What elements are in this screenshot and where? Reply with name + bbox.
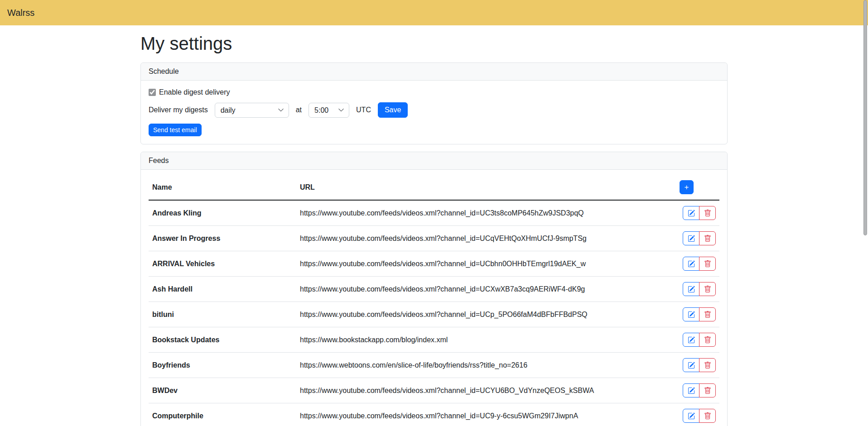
trash-icon bbox=[704, 362, 711, 369]
table-row: bitluni https://www.youtube.com/feeds/vi… bbox=[149, 302, 719, 327]
feed-name: Andreas Kling bbox=[149, 200, 296, 226]
edit-feed-button[interactable] bbox=[683, 333, 699, 347]
feed-name: ARRIVAL Vehicles bbox=[149, 251, 296, 277]
feed-url: https://www.youtube.com/feeds/videos.xml… bbox=[296, 302, 676, 327]
pencil-square-icon bbox=[688, 387, 695, 394]
delete-feed-button[interactable] bbox=[699, 257, 716, 271]
time-select[interactable]: 5:00 bbox=[309, 103, 349, 118]
pencil-square-icon bbox=[688, 412, 695, 420]
feed-url: https://www.youtube.com/feeds/videos.xml… bbox=[296, 200, 676, 226]
feed-url: https://www.youtube.com/feeds/videos.xml… bbox=[296, 403, 676, 426]
schedule-card: Schedule Enable digest delivery Deliver … bbox=[140, 62, 728, 144]
feed-name: Bookstack Updates bbox=[149, 327, 296, 353]
delete-feed-button[interactable] bbox=[699, 282, 716, 296]
feed-actions bbox=[676, 302, 719, 327]
feeds-table-body: Andreas Kling https://www.youtube.com/fe… bbox=[149, 200, 719, 426]
main-content: My settings Schedule Enable digest deliv… bbox=[140, 33, 728, 426]
trash-icon bbox=[704, 210, 711, 217]
delete-feed-button[interactable] bbox=[699, 206, 716, 220]
enable-digest-checkbox[interactable] bbox=[149, 89, 156, 96]
trash-icon bbox=[704, 336, 711, 344]
feed-actions bbox=[676, 200, 719, 226]
trash-icon bbox=[704, 260, 711, 268]
pencil-square-icon bbox=[688, 210, 695, 217]
delete-feed-button[interactable] bbox=[699, 409, 716, 423]
table-row: Andreas Kling https://www.youtube.com/fe… bbox=[149, 200, 719, 226]
pencil-square-icon bbox=[688, 311, 695, 318]
feed-actions-group bbox=[683, 358, 716, 372]
table-row: Computerphile https://www.youtube.com/fe… bbox=[149, 403, 719, 426]
name-column-header: Name bbox=[149, 177, 296, 200]
send-test-email-button[interactable]: Send test email bbox=[149, 124, 202, 136]
feeds-table: Name URL + Andreas Kling https://www.you… bbox=[149, 177, 719, 426]
feed-actions bbox=[676, 327, 719, 353]
delete-feed-button[interactable] bbox=[699, 307, 716, 321]
deliver-label: Deliver my digests bbox=[149, 106, 208, 114]
delete-feed-button[interactable] bbox=[699, 383, 716, 397]
feeds-card: Feeds Name URL + Andreas Kling h bbox=[140, 152, 728, 426]
scrollbar-thumb[interactable] bbox=[863, 0, 867, 235]
feed-url: https://www.youtube.com/feeds/videos.xml… bbox=[296, 226, 676, 251]
edit-feed-button[interactable] bbox=[683, 307, 699, 321]
feed-actions-group bbox=[683, 383, 716, 397]
pencil-square-icon bbox=[688, 260, 695, 268]
edit-feed-button[interactable] bbox=[683, 257, 699, 271]
edit-feed-button[interactable] bbox=[683, 383, 699, 397]
feed-url: https://www.youtube.com/feeds/videos.xml… bbox=[296, 378, 676, 403]
enable-digest-row: Enable digest delivery bbox=[149, 88, 719, 96]
schedule-card-body: Enable digest delivery Deliver my digest… bbox=[141, 81, 727, 144]
feed-actions-group bbox=[683, 206, 716, 220]
edit-feed-button[interactable] bbox=[683, 231, 699, 245]
page-scrollbar[interactable] bbox=[863, 0, 868, 426]
delete-feed-button[interactable] bbox=[699, 333, 716, 347]
frequency-select[interactable]: daily bbox=[215, 103, 289, 118]
feed-url: https://www.webtoons.com/en/slice-of-lif… bbox=[296, 353, 676, 378]
edit-feed-button[interactable] bbox=[683, 358, 699, 372]
feed-actions-group bbox=[683, 333, 716, 347]
at-label: at bbox=[296, 106, 302, 114]
feed-actions-group bbox=[683, 409, 716, 423]
feed-actions bbox=[676, 378, 719, 403]
pencil-square-icon bbox=[688, 362, 695, 369]
feed-name: Answer In Progress bbox=[149, 226, 296, 251]
page-title: My settings bbox=[140, 33, 728, 54]
pencil-square-icon bbox=[688, 235, 695, 242]
table-row: BWDev https://www.youtube.com/feeds/vide… bbox=[149, 378, 719, 403]
feeds-card-body: Name URL + Andreas Kling https://www.you… bbox=[141, 170, 727, 426]
trash-icon bbox=[704, 387, 711, 394]
edit-feed-button[interactable] bbox=[683, 206, 699, 220]
feed-actions bbox=[676, 251, 719, 277]
feed-name: bitluni bbox=[149, 302, 296, 327]
feed-actions-group bbox=[683, 282, 716, 296]
feed-name: BWDev bbox=[149, 378, 296, 403]
delete-feed-button[interactable] bbox=[699, 358, 716, 372]
schedule-card-header: Schedule bbox=[141, 63, 727, 81]
feed-actions-group bbox=[683, 307, 716, 321]
feed-actions-group bbox=[683, 257, 716, 271]
url-column-header: URL bbox=[296, 177, 676, 200]
add-feed-button[interactable]: + bbox=[680, 180, 694, 194]
app-brand[interactable]: Walrss bbox=[7, 8, 34, 18]
feed-name: Ash Hardell bbox=[149, 277, 296, 302]
edit-feed-button[interactable] bbox=[683, 409, 699, 423]
top-navbar: Walrss bbox=[0, 0, 868, 25]
table-row: Bookstack Updates https://www.bookstacka… bbox=[149, 327, 719, 353]
edit-feed-button[interactable] bbox=[683, 282, 699, 296]
table-row: Boyfriends https://www.webtoons.com/en/s… bbox=[149, 353, 719, 378]
actions-column-header: + bbox=[676, 177, 719, 200]
feed-actions bbox=[676, 277, 719, 302]
frequency-select-wrap: daily bbox=[215, 103, 289, 118]
delete-feed-button[interactable] bbox=[699, 231, 716, 245]
feed-name: Boyfriends bbox=[149, 353, 296, 378]
pencil-square-icon bbox=[688, 286, 695, 293]
enable-digest-label[interactable]: Enable digest delivery bbox=[159, 88, 230, 96]
table-row: ARRIVAL Vehicles https://www.youtube.com… bbox=[149, 251, 719, 277]
delivery-schedule-row: Deliver my digests daily at 5:00 bbox=[149, 102, 719, 118]
table-row: Answer In Progress https://www.youtube.c… bbox=[149, 226, 719, 251]
feed-url: https://www.youtube.com/feeds/videos.xml… bbox=[296, 277, 676, 302]
table-row: Ash Hardell https://www.youtube.com/feed… bbox=[149, 277, 719, 302]
trash-icon bbox=[704, 412, 711, 420]
save-button[interactable]: Save bbox=[378, 102, 408, 118]
timezone-label: UTC bbox=[356, 106, 371, 114]
feed-actions-group bbox=[683, 231, 716, 245]
